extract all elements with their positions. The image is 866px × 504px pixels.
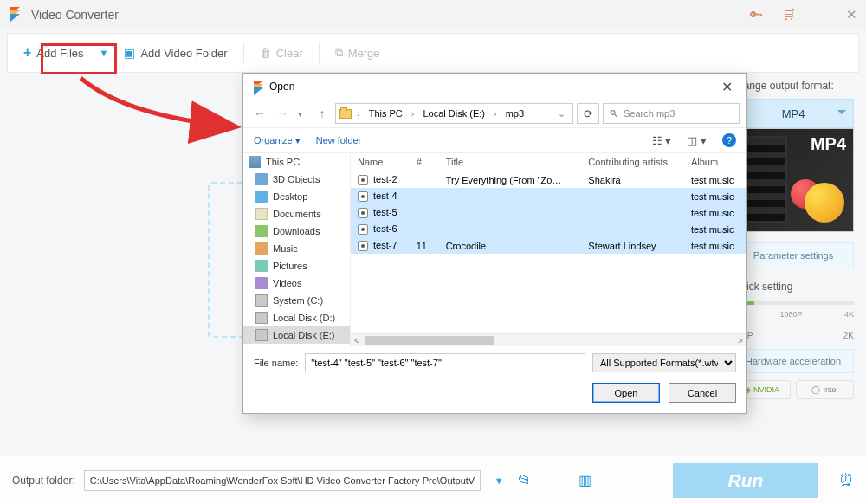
tree-videos[interactable]: Videos (243, 275, 350, 292)
cancel-button[interactable]: Cancel (669, 383, 736, 403)
tree-pictures[interactable]: Pictures (243, 257, 350, 275)
filename-input[interactable] (305, 353, 585, 372)
nav-history-dropdown[interactable]: ▾ (290, 109, 309, 119)
nav-up-button[interactable]: ↑ (313, 107, 332, 120)
tree-downloads[interactable]: Downloads (243, 223, 350, 240)
tree-desktop[interactable]: Desktop (243, 188, 350, 205)
balloon-art (805, 183, 844, 223)
tree-this-pc[interactable]: This PC (243, 153, 350, 171)
app-logo (9, 7, 24, 23)
file-row[interactable]: test-711CrocodileStewart Lindseytest mus… (351, 237, 746, 254)
output-format-label: change output format: (733, 80, 854, 92)
col-num[interactable]: # (410, 153, 439, 171)
clear-label: Clear (276, 47, 303, 60)
quick-setting-label: Quick setting (733, 281, 854, 293)
dialog-close-button[interactable]: ✕ (716, 79, 738, 95)
breadcrumb[interactable]: › This PC› Local Disk (E:)› mp3 ⌄ (335, 103, 573, 124)
nav-back-button[interactable]: ← (250, 107, 269, 120)
tutorial-arrow (74, 74, 247, 144)
parameter-settings-button[interactable]: Parameter settings (733, 242, 854, 268)
col-artists[interactable]: Contributing artists (581, 153, 684, 171)
plus-icon: + (23, 45, 31, 61)
audio-file-icon (358, 191, 368, 202)
tutorial-highlight-box (41, 43, 117, 74)
folder-tree[interactable]: This PC 3D Objects Desktop Documents Dow… (243, 153, 351, 346)
tree-3d-objects[interactable]: 3D Objects (243, 171, 350, 188)
search-box[interactable]: 🔍︎ Search mp3 (603, 103, 740, 124)
add-folder-label: Add Video Folder (140, 47, 227, 60)
view-mode-button[interactable]: ☷ ▾ (652, 134, 672, 147)
chevron-down-icon[interactable]: ⌄ (554, 107, 569, 121)
run-button[interactable]: Run (673, 463, 818, 498)
search-placeholder: Search mp3 (624, 108, 675, 119)
key-icon[interactable]: 🔑︎ (750, 7, 763, 22)
preview-pane-button[interactable]: ◫ ▾ (687, 134, 707, 147)
crumb-drive[interactable]: Local Disk (E:) (419, 107, 488, 120)
help-icon[interactable]: ? (722, 133, 736, 147)
dialog-title: Open (269, 81, 716, 93)
dialog-logo (252, 81, 264, 93)
add-folder-button[interactable]: ▣ Add Video Folder (108, 34, 242, 72)
tree-documents[interactable]: Documents (243, 205, 350, 223)
file-row[interactable]: test-2Try Everything (From "Zo…Shakirate… (351, 171, 746, 189)
output-folder-input[interactable] (84, 470, 481, 491)
file-row[interactable]: test-6test music (351, 221, 746, 237)
drive-icon (339, 109, 352, 119)
audio-file-icon (358, 241, 368, 251)
intel-chip[interactable]: ◯Intel (796, 380, 854, 399)
cart-icon[interactable]: 🛒︎ (782, 7, 795, 22)
format-thumb-text: MP4 (811, 134, 846, 154)
scheduler-icon[interactable]: ⏰︎ (839, 472, 854, 489)
nav-forward-button[interactable]: → (273, 107, 292, 120)
file-row[interactable]: test-5test music (351, 204, 746, 221)
filename-label: File name: (254, 358, 298, 368)
intel-icon: ◯ (811, 385, 820, 394)
tick: 4K (844, 310, 854, 319)
output-folder-dropdown[interactable]: ▼ (489, 475, 509, 486)
tree-drive-e[interactable]: Local Disk (E:) (243, 326, 350, 344)
browse-folder-icon[interactable]: 📂︎ (518, 473, 532, 488)
app-title: Video Converter (31, 8, 750, 22)
file-row[interactable]: test-4test music (351, 188, 746, 204)
merge-icon: ⧉ (335, 46, 343, 60)
tick: 1080P (779, 310, 802, 319)
quality-slider[interactable] (733, 301, 854, 305)
tree-music[interactable]: Music (243, 240, 350, 257)
output-format-dropdown[interactable]: MP4 (733, 99, 854, 128)
hw-accel-button[interactable]: Hardware acceleration (733, 349, 854, 373)
refresh-button[interactable]: ⟳ (577, 103, 599, 124)
trash-icon: 🗑︎ (260, 47, 271, 60)
output-folder-label: Output folder: (12, 475, 75, 487)
close-app-button[interactable]: ✕ (846, 7, 857, 23)
col-album[interactable]: Album (684, 153, 746, 171)
tree-drive-d[interactable]: Local Disk (D:) (243, 309, 350, 326)
merge-label: Merge (348, 47, 380, 60)
open-button[interactable]: Open (592, 383, 660, 403)
organize-menu[interactable]: Organize ▾ (254, 135, 301, 146)
tree-drive-c[interactable]: System (C:) (243, 292, 350, 309)
crumb-this-pc[interactable]: This PC (365, 107, 406, 120)
file-list[interactable]: Name # Title Contributing artists Album … (351, 153, 746, 333)
search-icon: 🔍︎ (609, 108, 618, 119)
audio-file-icon (358, 175, 368, 185)
format-thumbnail[interactable]: MP4 (733, 128, 854, 232)
clear-button[interactable]: 🗑︎ Clear (244, 34, 319, 72)
minimize-button[interactable]: — (814, 7, 827, 22)
horizontal-scrollbar[interactable]: <> (351, 333, 746, 346)
open-output-icon[interactable]: ▥ (578, 472, 591, 488)
audio-file-icon (358, 208, 368, 218)
merge-button[interactable]: ⧉ Merge (320, 34, 396, 72)
audio-file-icon (358, 224, 368, 235)
crumb-folder[interactable]: mp3 (502, 107, 527, 120)
new-folder-button[interactable]: New folder (316, 135, 362, 145)
file-type-filter[interactable]: All Supported Formats(*.wtv;*.c (592, 353, 736, 372)
size-hint: 2K (843, 331, 854, 340)
folder-icon: ▣ (124, 46, 135, 60)
col-name[interactable]: Name (351, 153, 410, 171)
file-open-dialog: Open ✕ ← → ▾ ↑ › This PC› Local Disk (E:… (242, 73, 747, 414)
col-title[interactable]: Title (439, 153, 582, 171)
